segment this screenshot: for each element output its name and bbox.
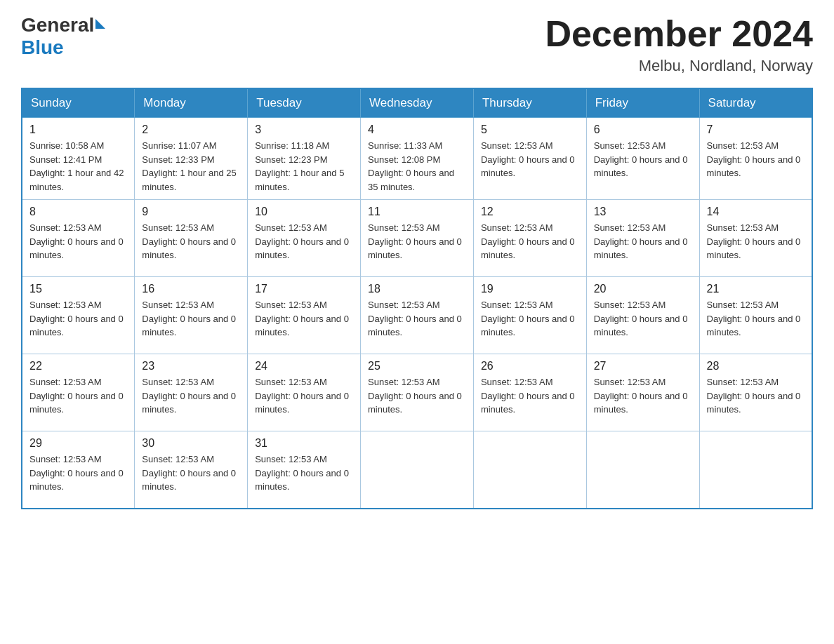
calendar-day-cell: 6Sunset: 12:53 AM Daylight: 0 hours and … [586, 118, 699, 200]
day-number: 23 [142, 360, 240, 373]
calendar-week-row: 15Sunset: 12:53 AM Daylight: 0 hours and… [22, 277, 812, 354]
day-info: Sunset: 12:53 AM Daylight: 0 hours and 0… [142, 375, 240, 417]
calendar-week-row: 8Sunset: 12:53 AM Daylight: 0 hours and … [22, 200, 812, 277]
calendar-day-cell: 28Sunset: 12:53 AM Daylight: 0 hours and… [699, 354, 812, 431]
day-info: Sunset: 12:53 AM Daylight: 0 hours and 0… [29, 452, 127, 494]
location-subtitle: Melbu, Nordland, Norway [545, 57, 813, 75]
day-number: 24 [255, 360, 353, 373]
day-info: Sunset: 12:53 AM Daylight: 0 hours and 0… [594, 375, 692, 417]
calendar-day-cell: 18Sunset: 12:53 AM Daylight: 0 hours and… [361, 277, 474, 354]
day-number: 21 [707, 283, 805, 295]
day-info: Sunset: 12:53 AM Daylight: 0 hours and 0… [29, 298, 127, 340]
calendar-day-cell [473, 431, 586, 509]
day-info: Sunrise: 11:33 AM Sunset: 12:08 PM Dayli… [368, 139, 466, 194]
calendar-header-saturday: Saturday [699, 88, 812, 118]
day-info: Sunset: 12:53 AM Daylight: 0 hours and 0… [481, 221, 579, 262]
day-info: Sunset: 12:53 AM Daylight: 0 hours and 0… [481, 298, 579, 340]
day-info: Sunset: 12:53 AM Daylight: 0 hours and 0… [142, 221, 240, 262]
day-info: Sunrise: 11:07 AM Sunset: 12:33 PM Dayli… [142, 139, 240, 194]
day-number: 14 [707, 206, 805, 218]
day-number: 11 [368, 206, 466, 218]
calendar-day-cell: 5Sunset: 12:53 AM Daylight: 0 hours and … [473, 118, 586, 200]
day-info: Sunrise: 10:58 AM Sunset: 12:41 PM Dayli… [29, 139, 127, 194]
day-number: 5 [481, 123, 579, 136]
calendar-day-cell: 1Sunrise: 10:58 AM Sunset: 12:41 PM Dayl… [22, 118, 135, 200]
day-info: Sunset: 12:53 AM Daylight: 0 hours and 0… [707, 139, 805, 180]
day-info: Sunrise: 11:18 AM Sunset: 12:23 PM Dayli… [255, 139, 353, 194]
calendar-day-cell [361, 431, 474, 509]
calendar-day-cell: 22Sunset: 12:53 AM Daylight: 0 hours and… [22, 354, 135, 431]
calendar-day-cell: 21Sunset: 12:53 AM Daylight: 0 hours and… [699, 277, 812, 354]
calendar-day-cell: 23Sunset: 12:53 AM Daylight: 0 hours and… [135, 354, 248, 431]
day-info: Sunset: 12:53 AM Daylight: 0 hours and 0… [481, 375, 579, 417]
day-info: Sunset: 12:53 AM Daylight: 0 hours and 0… [368, 375, 466, 417]
calendar-day-cell: 10Sunset: 12:53 AM Daylight: 0 hours and… [248, 200, 361, 277]
day-number: 27 [594, 360, 692, 373]
calendar-day-cell [699, 431, 812, 509]
calendar-header-wednesday: Wednesday [361, 88, 474, 118]
calendar-header-sunday: Sunday [22, 88, 135, 118]
day-info: Sunset: 12:53 AM Daylight: 0 hours and 0… [594, 221, 692, 262]
calendar-day-cell: 8Sunset: 12:53 AM Daylight: 0 hours and … [22, 200, 135, 277]
day-info: Sunset: 12:53 AM Daylight: 0 hours and 0… [707, 221, 805, 262]
title-section: December 2024 Melbu, Nordland, Norway [545, 14, 813, 75]
logo-general-text: General [21, 14, 94, 36]
day-number: 7 [707, 123, 805, 136]
calendar-day-cell: 27Sunset: 12:53 AM Daylight: 0 hours and… [586, 354, 699, 431]
day-number: 12 [481, 206, 579, 218]
day-number: 19 [481, 283, 579, 295]
calendar-header-friday: Friday [586, 88, 699, 118]
calendar-day-cell: 16Sunset: 12:53 AM Daylight: 0 hours and… [135, 277, 248, 354]
calendar-day-cell: 12Sunset: 12:53 AM Daylight: 0 hours and… [473, 200, 586, 277]
day-info: Sunset: 12:53 AM Daylight: 0 hours and 0… [255, 375, 353, 417]
calendar-day-cell: 9Sunset: 12:53 AM Daylight: 0 hours and … [135, 200, 248, 277]
calendar-day-cell: 15Sunset: 12:53 AM Daylight: 0 hours and… [22, 277, 135, 354]
calendar-day-cell: 20Sunset: 12:53 AM Daylight: 0 hours and… [586, 277, 699, 354]
day-number: 8 [29, 206, 127, 218]
day-info: Sunset: 12:53 AM Daylight: 0 hours and 0… [142, 298, 240, 340]
day-number: 26 [481, 360, 579, 373]
calendar-day-cell: 7Sunset: 12:53 AM Daylight: 0 hours and … [699, 118, 812, 200]
day-info: Sunset: 12:53 AM Daylight: 0 hours and 0… [255, 298, 353, 340]
day-number: 16 [142, 283, 240, 295]
calendar-day-cell: 25Sunset: 12:53 AM Daylight: 0 hours and… [361, 354, 474, 431]
day-info: Sunset: 12:53 AM Daylight: 0 hours and 0… [368, 221, 466, 262]
day-number: 3 [255, 123, 353, 136]
day-info: Sunset: 12:53 AM Daylight: 0 hours and 0… [29, 221, 127, 262]
page-header: General Blue December 2024 Melbu, Nordla… [21, 14, 813, 75]
day-info: Sunset: 12:53 AM Daylight: 0 hours and 0… [707, 375, 805, 417]
calendar-day-cell: 29Sunset: 12:53 AM Daylight: 0 hours and… [22, 431, 135, 509]
logo-arrow-icon [95, 19, 105, 29]
calendar-day-cell: 3Sunrise: 11:18 AM Sunset: 12:23 PM Dayl… [248, 118, 361, 200]
day-info: Sunset: 12:53 AM Daylight: 0 hours and 0… [255, 452, 353, 494]
calendar-day-cell: 14Sunset: 12:53 AM Daylight: 0 hours and… [699, 200, 812, 277]
calendar-day-cell: 11Sunset: 12:53 AM Daylight: 0 hours and… [361, 200, 474, 277]
calendar-day-cell: 30Sunset: 12:53 AM Daylight: 0 hours and… [135, 431, 248, 509]
calendar-day-cell: 4Sunrise: 11:33 AM Sunset: 12:08 PM Dayl… [361, 118, 474, 200]
day-number: 25 [368, 360, 466, 373]
day-info: Sunset: 12:53 AM Daylight: 0 hours and 0… [707, 298, 805, 340]
day-number: 2 [142, 123, 240, 136]
calendar-header-monday: Monday [135, 88, 248, 118]
month-title: December 2024 [545, 14, 813, 54]
day-number: 28 [707, 360, 805, 373]
day-number: 4 [368, 123, 466, 136]
day-number: 31 [255, 437, 353, 450]
logo-blue-text: Blue [21, 36, 64, 58]
day-info: Sunset: 12:53 AM Daylight: 0 hours and 0… [29, 375, 127, 417]
calendar-day-cell: 26Sunset: 12:53 AM Daylight: 0 hours and… [473, 354, 586, 431]
logo: General Blue [21, 14, 105, 59]
day-number: 13 [594, 206, 692, 218]
calendar-day-cell: 31Sunset: 12:53 AM Daylight: 0 hours and… [248, 431, 361, 509]
calendar-header-thursday: Thursday [473, 88, 586, 118]
day-number: 20 [594, 283, 692, 295]
day-info: Sunset: 12:53 AM Daylight: 0 hours and 0… [594, 139, 692, 180]
day-info: Sunset: 12:53 AM Daylight: 0 hours and 0… [368, 298, 466, 340]
day-number: 29 [29, 437, 127, 450]
calendar-header-tuesday: Tuesday [248, 88, 361, 118]
calendar-week-row: 1Sunrise: 10:58 AM Sunset: 12:41 PM Dayl… [22, 118, 812, 200]
day-number: 18 [368, 283, 466, 295]
calendar-day-cell: 13Sunset: 12:53 AM Daylight: 0 hours and… [586, 200, 699, 277]
day-number: 9 [142, 206, 240, 218]
day-number: 22 [29, 360, 127, 373]
